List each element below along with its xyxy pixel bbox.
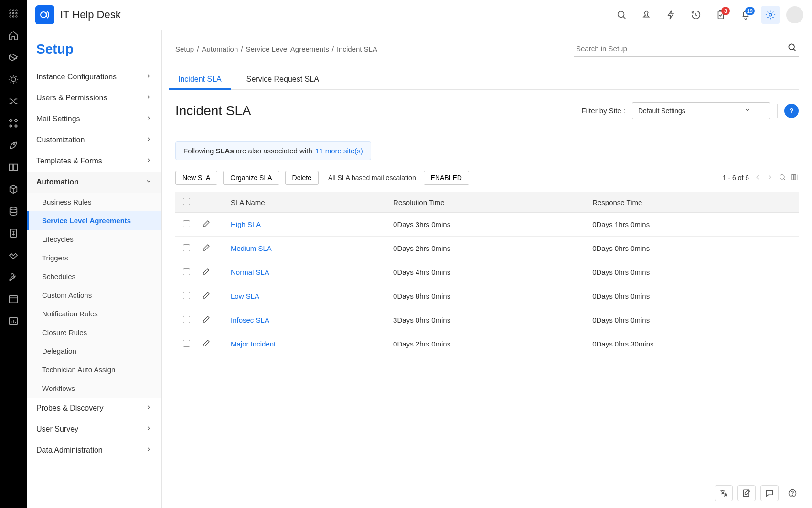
sla-name-link[interactable]: Infosec SLA <box>231 316 269 324</box>
sidebar-group-automation[interactable]: Automation <box>27 172 161 193</box>
resolution-time-cell: 0Days 4hrs 0mins <box>388 260 588 284</box>
edit-row-icon[interactable] <box>202 221 211 229</box>
ticket-icon[interactable] <box>8 52 19 63</box>
history-icon[interactable] <box>687 6 705 24</box>
sidebar-item-closure-rules[interactable]: Closure Rules <box>27 323 161 342</box>
search-icon[interactable] <box>787 43 797 54</box>
row-checkbox[interactable] <box>183 268 190 275</box>
col-sla-name[interactable]: SLA Name <box>226 192 388 213</box>
chat-icon[interactable] <box>760 485 779 501</box>
database-icon[interactable] <box>8 205 19 217</box>
edit-note-icon[interactable] <box>737 485 756 501</box>
sidebar-group-users-permissions[interactable]: Users & Permissions <box>27 87 161 108</box>
wrench-icon[interactable] <box>8 271 19 283</box>
response-time-cell: 0Days 0hrs 0mins <box>588 237 799 260</box>
sidebar-group-templates-forms[interactable]: Templates & Forms <box>27 151 161 172</box>
pagination: 1 - 6 of 6 <box>723 173 799 183</box>
bug-icon[interactable] <box>8 74 19 85</box>
footer-toolbar <box>715 485 801 501</box>
tab-service-request-sla[interactable]: Service Request SLA <box>244 69 322 89</box>
sla-name-link[interactable]: Normal SLA <box>231 268 269 276</box>
chevron-right-icon <box>145 157 152 165</box>
breadcrumb-sla[interactable]: Service Level Agreements <box>246 45 329 53</box>
sidebar-item-triggers[interactable]: Triggers <box>27 249 161 267</box>
more-sites-link[interactable]: 11 more site(s) <box>315 147 363 155</box>
prev-page-icon[interactable] <box>754 173 761 183</box>
next-page-icon[interactable] <box>766 173 774 183</box>
window-icon[interactable] <box>8 293 19 305</box>
profile-avatar[interactable] <box>786 6 803 23</box>
home-icon[interactable] <box>8 30 19 41</box>
breadcrumb-automation[interactable]: Automation <box>202 45 238 53</box>
edit-row-icon[interactable] <box>202 317 211 325</box>
sidebar-item-technician-auto-assign[interactable]: Technician Auto Assign <box>27 360 161 379</box>
sidebar-item-business-rules[interactable]: Business Rules <box>27 193 161 211</box>
sidebar-item-delegation[interactable]: Delegation <box>27 342 161 360</box>
sidebar-group-probes-discovery[interactable]: Probes & Discovery <box>27 398 161 419</box>
delete-button[interactable]: Delete <box>285 171 319 185</box>
shuffle-icon[interactable] <box>8 96 19 107</box>
organize-sla-button[interactable]: Organize SLA <box>223 171 279 185</box>
edit-row-icon[interactable] <box>202 269 211 277</box>
sidebar-item-schedules[interactable]: Schedules <box>27 267 161 286</box>
sla-name-link[interactable]: Major Incident <box>231 340 276 348</box>
tools-icon[interactable] <box>8 118 19 129</box>
svg-point-19 <box>789 44 794 50</box>
sidebar-group-instance-configurations[interactable]: Instance Configurations <box>27 66 161 87</box>
apps-grid-icon[interactable] <box>8 8 19 19</box>
edit-row-icon[interactable] <box>202 341 211 349</box>
cube-icon[interactable] <box>8 184 19 195</box>
sidebar-item-notification-rules[interactable]: Notification Rules <box>27 304 161 323</box>
table-search-icon[interactable] <box>779 173 786 183</box>
select-all-checkbox[interactable] <box>183 198 190 205</box>
sidebar-group-customization[interactable]: Customization <box>27 130 161 151</box>
sla-name-link[interactable]: Medium SLA <box>231 244 272 252</box>
setup-heading[interactable]: Setup <box>27 30 161 66</box>
book-icon[interactable] <box>8 162 19 173</box>
site-filter-select[interactable]: Default Settings <box>632 102 770 119</box>
sla-name-link[interactable]: Low SLA <box>231 292 259 300</box>
bell-icon[interactable]: 19 <box>737 6 755 24</box>
row-checkbox[interactable] <box>183 244 190 251</box>
row-checkbox[interactable] <box>183 220 190 227</box>
col-response-time[interactable]: Response Time <box>588 192 799 213</box>
mail-escalation-toggle[interactable]: ENABLED <box>424 171 469 185</box>
clipboard-check-icon[interactable]: 3 <box>712 6 730 24</box>
setup-search-input[interactable] <box>574 41 799 57</box>
resolution-time-cell: 0Days 3hrs 0mins <box>388 213 588 237</box>
new-sla-button[interactable]: New SLA <box>175 171 217 185</box>
sidebar-group-user-survey[interactable]: User Survey <box>27 419 161 440</box>
tab-incident-sla[interactable]: Incident SLA <box>175 69 224 89</box>
column-settings-icon[interactable] <box>791 173 799 183</box>
bolt-icon[interactable] <box>662 6 680 24</box>
invoice-icon[interactable] <box>8 227 19 239</box>
row-checkbox[interactable] <box>183 292 190 299</box>
sidebar-item-workflows[interactable]: Workflows <box>27 379 161 398</box>
svg-point-9 <box>11 77 15 81</box>
help-button[interactable]: ? <box>784 104 799 118</box>
sidebar-group-mail-settings[interactable]: Mail Settings <box>27 108 161 130</box>
sidebar-item-custom-actions[interactable]: Custom Actions <box>27 286 161 304</box>
svg-point-8 <box>16 16 17 17</box>
rocket-icon[interactable] <box>8 140 19 151</box>
pin-icon[interactable] <box>637 6 655 24</box>
sidebar-group-data-administration[interactable]: Data Administration <box>27 440 161 461</box>
sla-name-link[interactable]: High SLA <box>231 220 261 228</box>
sidebar-item-lifecycles[interactable]: Lifecycles <box>27 230 161 249</box>
associated-sites-banner: Following SLAs are also associated with … <box>175 141 371 160</box>
app-logo-icon <box>35 5 54 24</box>
breadcrumb-setup[interactable]: Setup <box>175 45 194 53</box>
edit-row-icon[interactable] <box>202 245 211 253</box>
gear-icon[interactable] <box>761 6 780 24</box>
row-checkbox[interactable] <box>183 316 190 323</box>
row-checkbox[interactable] <box>183 340 190 347</box>
chart-icon[interactable] <box>8 315 19 327</box>
handshake-icon[interactable] <box>8 249 19 261</box>
edit-row-icon[interactable] <box>202 293 211 301</box>
left-icon-rail <box>0 0 27 508</box>
search-icon[interactable] <box>612 6 630 24</box>
col-resolution-time[interactable]: Resolution Time <box>388 192 588 213</box>
language-icon[interactable] <box>715 485 733 501</box>
help-circle-icon[interactable] <box>783 485 801 501</box>
sidebar-item-service-level-agreements[interactable]: Service Level Agreements <box>27 211 161 230</box>
